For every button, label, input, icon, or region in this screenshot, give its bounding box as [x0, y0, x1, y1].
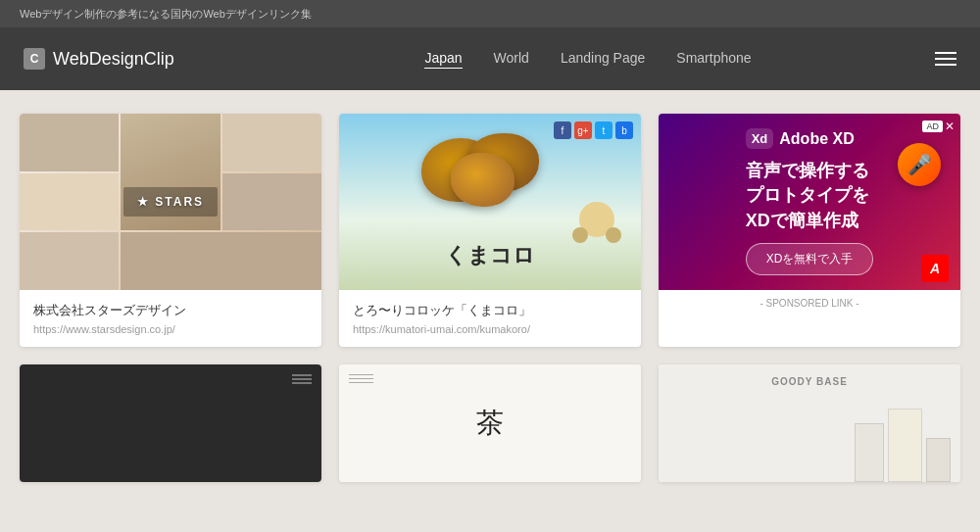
header: C WebDesignClip Japan World Landing Page…	[0, 27, 980, 90]
tea-line-2	[349, 378, 373, 379]
card-adobe-xd-ad[interactable]: AD ✕ 🎤 Xd Adobe XD 音声で操作する プロトタイプを XDで簡単…	[659, 114, 960, 347]
collage-cell-6	[20, 232, 119, 290]
tea-line-3	[349, 382, 373, 383]
nav-japan[interactable]: Japan	[424, 50, 462, 69]
adobe-xd-description: 音声で操作する プロトタイプを XDで簡単作成	[746, 159, 874, 233]
adobe-xd-content: Xd Adobe XD 音声で操作する プロトタイプを XDで簡単作成 XDを無…	[736, 119, 884, 285]
card-title-kumakoro: とろ〜りコロッケ「くまコロ」	[353, 302, 627, 319]
kumakoro-thumbnail: f g+ t b	[339, 114, 641, 290]
line-3	[292, 382, 312, 384]
goody-label: GOODY BASE	[771, 376, 848, 387]
building-2	[888, 409, 922, 482]
hamburger-line-1	[935, 52, 956, 54]
card-image-kumakoro: f g+ t b	[339, 114, 641, 290]
card-image-adobe: AD ✕ 🎤 Xd Adobe XD 音声で操作する プロトタイプを XDで簡単…	[659, 114, 960, 290]
stars-logo-text: ★ STARS	[123, 187, 218, 217]
hamburger-line-3	[935, 64, 956, 66]
card-grid-row1: ★ STARS 株式会社スターズデザイン https://www.starsde…	[20, 114, 960, 347]
card-url-stars: https://www.starsdesign.co.jp/	[33, 323, 308, 335]
card-title-stars: 株式会社スターズデザイン	[33, 302, 308, 319]
sponsored-text: - SPONSORED LINK -	[659, 290, 960, 313]
ad-badge: AD ✕	[922, 120, 955, 133]
card-grid-row2: 茶 GOODY BASE	[20, 364, 960, 482]
collage-cell-3	[222, 114, 321, 171]
adobe-xd-thumbnail: AD ✕ 🎤 Xd Adobe XD 音声で操作する プロトタイプを XDで簡単…	[659, 114, 960, 290]
building-1	[855, 423, 884, 482]
collage-cell-7	[121, 232, 321, 290]
bookmark-icon: b	[615, 121, 633, 139]
card-image-tea: 茶	[339, 364, 641, 482]
logo-icon: C	[24, 48, 45, 70]
card-stars-design[interactable]: ★ STARS 株式会社スターズデザイン https://www.starsde…	[20, 114, 321, 347]
line-2	[292, 378, 312, 380]
mascot-character	[572, 202, 621, 251]
card-image-dark	[20, 364, 321, 482]
card-image-stars: ★ STARS	[20, 114, 321, 290]
card-kumakoro[interactable]: f g+ t b	[339, 114, 641, 347]
xd-desc-line3: XDで簡単作成	[746, 209, 874, 233]
food-image	[412, 128, 568, 217]
card-dark-photo[interactable]	[20, 364, 321, 482]
hamburger-menu-button[interactable]	[935, 52, 956, 66]
ad-close-icon[interactable]: ✕	[945, 120, 955, 133]
mascot-body-left	[572, 227, 588, 243]
adobe-xd-name: Adobe XD	[779, 130, 854, 148]
goody-thumbnail: GOODY BASE	[659, 364, 960, 482]
line-1	[292, 374, 312, 376]
xd-desc-line1: 音声で操作する	[746, 159, 874, 183]
main-content: ★ STARS 株式会社スターズデザイン https://www.starsde…	[0, 90, 980, 506]
card-info-stars: 株式会社スターズデザイン https://www.starsdesign.co.…	[20, 290, 321, 347]
tea-thumbnail: 茶	[339, 364, 641, 482]
card-tea[interactable]: 茶	[339, 364, 641, 482]
card-goody-base[interactable]: GOODY BASE	[659, 364, 960, 482]
xd-logo-text: Xd	[746, 128, 774, 149]
logo-text: WebDesignClip	[53, 49, 174, 70]
lines-icon	[292, 374, 312, 384]
collage-cell-4	[20, 173, 119, 231]
nav-smartphone[interactable]: Smartphone	[676, 50, 751, 68]
twitter-icon: t	[595, 121, 612, 139]
tea-lines	[349, 374, 373, 383]
announcement-text: Webデザイン制作の参考になる国内のWebデザインリンク集	[20, 7, 312, 22]
adobe-logo-icon: A	[921, 255, 949, 282]
collage-cell-1	[20, 114, 119, 171]
main-nav: Japan World Landing Page Smartphone	[424, 50, 751, 69]
card-url-kumakoro: https://kumatori-umai.com/kumakoro/	[353, 323, 627, 335]
ad-label: AD	[922, 121, 943, 132]
announcement-bar: Webデザイン制作の参考になる国内のWebデザインリンク集	[0, 0, 980, 27]
building-visual	[659, 404, 960, 482]
nav-world[interactable]: World	[494, 50, 529, 68]
collage-cell-5	[222, 173, 321, 231]
xd-cta-button[interactable]: XDを無料で入手	[746, 243, 874, 275]
hamburger-line-2	[935, 58, 956, 60]
card-image-goody: GOODY BASE	[659, 364, 960, 482]
building-3	[926, 438, 951, 482]
google-plus-icon: g+	[574, 121, 592, 139]
tea-line-1	[349, 374, 373, 375]
card-info-kumakoro: とろ〜りコロッケ「くまコロ」 https://kumatori-umai.com…	[339, 290, 641, 347]
logo-area: C WebDesignClip	[24, 48, 220, 70]
stars-design-thumbnail: ★ STARS	[20, 114, 321, 290]
dark-thumbnail	[20, 364, 321, 482]
xd-desc-line2: プロトタイプを	[746, 183, 874, 208]
adobe-logo-area: A	[921, 255, 949, 282]
mascot-body-right	[606, 227, 621, 243]
food-item-3	[451, 153, 514, 207]
microphone-icon: 🎤	[898, 143, 941, 186]
kumakoro-text: くまコロ	[445, 241, 535, 270]
nav-landing-page[interactable]: Landing Page	[561, 50, 645, 68]
adobe-xd-header: Xd Adobe XD	[746, 128, 874, 149]
stars-logo-overlay: ★ STARS	[123, 187, 218, 217]
tea-kanji: 茶	[476, 405, 504, 442]
